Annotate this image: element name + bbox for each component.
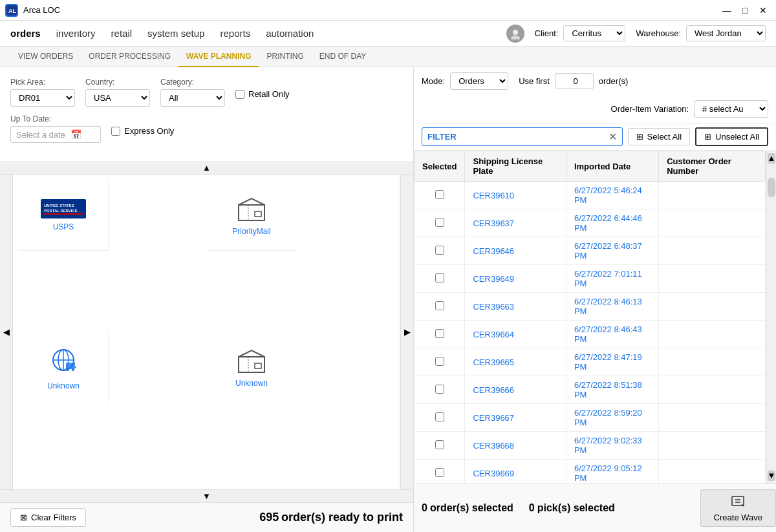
menu-inventory[interactable]: inventory bbox=[56, 28, 96, 39]
row-checkbox-cell[interactable] bbox=[415, 182, 465, 209]
scroll-up-arrow[interactable]: ▲ bbox=[0, 162, 413, 175]
col-date: Imported Date bbox=[566, 151, 658, 182]
row-checkbox[interactable] bbox=[435, 468, 444, 477]
warehouse-select[interactable]: West Jordan bbox=[686, 25, 766, 41]
menu-system-setup[interactable]: system setup bbox=[147, 28, 204, 39]
row-slp: CER39667 bbox=[465, 404, 566, 432]
category-group: Category: All bbox=[160, 78, 225, 107]
create-wave-button[interactable]: Create Wave bbox=[700, 489, 776, 527]
row-checkbox-cell[interactable] bbox=[415, 460, 465, 484]
tab-wave-planning[interactable]: WAVE PLANNING bbox=[178, 47, 259, 67]
table-row: CER39665 6/27/2022 8:47:19 PM bbox=[415, 348, 766, 376]
row-checkbox-cell[interactable] bbox=[415, 237, 465, 265]
box-carrier-icon bbox=[235, 347, 268, 375]
row-slp: CER39649 bbox=[465, 265, 566, 293]
row-checkbox-cell[interactable] bbox=[415, 209, 465, 237]
usps-label: USPS bbox=[53, 222, 74, 231]
carrier-grid-wrapper: ◀ UNITED STATES POSTAL SERVICE bbox=[0, 175, 413, 489]
table-row: CER39610 6/27/2022 5:46:24 PM bbox=[415, 182, 766, 209]
orders-table: Selected Shipping License Plate Imported… bbox=[414, 151, 766, 484]
tab-end-of-day[interactable]: END OF DAY bbox=[312, 47, 374, 67]
col-selected: Selected bbox=[415, 151, 465, 182]
country-group: Country: USA bbox=[85, 78, 150, 107]
row-checkbox[interactable] bbox=[435, 440, 444, 449]
priority-mail-label: PriorityMail bbox=[232, 227, 270, 236]
row-checkbox[interactable] bbox=[435, 301, 444, 310]
row-date: 6/27/2022 6:44:46 PM bbox=[566, 209, 658, 237]
menu-automation[interactable]: automation bbox=[266, 28, 314, 39]
svg-text:AL: AL bbox=[8, 8, 16, 14]
scroll-down-arrow[interactable]: ▼ bbox=[0, 489, 413, 502]
row-order bbox=[659, 348, 766, 376]
unselect-all-button[interactable]: ⊞ Unselect All bbox=[695, 127, 768, 146]
category-select[interactable]: All bbox=[160, 89, 225, 107]
scroll-arrow-up[interactable]: ▲ bbox=[768, 153, 775, 164]
col-order-num: Customer Order Number bbox=[659, 151, 766, 182]
menu-retail[interactable]: retail bbox=[111, 28, 133, 39]
row-date: 6/27/2022 5:46:24 PM bbox=[566, 182, 658, 209]
bottom-bar-left: ⊠ Clear Filters 695 order(s) ready to pr… bbox=[0, 502, 413, 532]
scroll-left-arrow[interactable]: ◀ bbox=[0, 175, 13, 489]
select-all-button[interactable]: ⊞ Select All bbox=[628, 128, 690, 145]
pick-area-label: Pick Area: bbox=[10, 78, 75, 87]
row-checkbox[interactable] bbox=[435, 412, 444, 421]
date-input[interactable]: Select a date 📅 bbox=[10, 126, 101, 143]
retail-only-checkbox[interactable] bbox=[235, 90, 244, 99]
filter-clear-button[interactable]: ✕ bbox=[609, 131, 617, 143]
orders-selected-label: order(s) selected bbox=[430, 502, 513, 514]
menu-reports[interactable]: reports bbox=[220, 28, 250, 39]
pick-area-select[interactable]: DR01 bbox=[10, 89, 75, 107]
tab-printing[interactable]: PRINTING bbox=[259, 47, 311, 67]
client-label: Client: bbox=[535, 28, 559, 38]
scrollbar-thumb[interactable] bbox=[768, 178, 775, 197]
country-select[interactable]: USA bbox=[85, 89, 150, 107]
title-bar-left: AL Arca LOC bbox=[5, 4, 60, 17]
row-checkbox-cell[interactable] bbox=[415, 293, 465, 321]
use-first-input[interactable] bbox=[555, 73, 594, 89]
row-checkbox[interactable] bbox=[435, 190, 444, 199]
row-checkbox-cell[interactable] bbox=[415, 348, 465, 376]
row-checkbox-cell[interactable] bbox=[415, 321, 465, 348]
scroll-right-arrow[interactable]: ▶ bbox=[400, 175, 413, 489]
row-date: 6/27/2022 6:48:37 PM bbox=[566, 237, 658, 265]
row-slp: CER39646 bbox=[465, 237, 566, 265]
minimize-button[interactable]: — bbox=[719, 3, 735, 18]
client-select[interactable]: Cerritus bbox=[563, 25, 625, 41]
svg-text:POSTAL SERVICE: POSTAL SERVICE bbox=[44, 209, 78, 213]
tab-order-processing[interactable]: ORDER PROCESSING bbox=[81, 47, 178, 67]
table-scroll[interactable]: Selected Shipping License Plate Imported… bbox=[414, 151, 766, 484]
row-checkbox[interactable] bbox=[435, 357, 444, 366]
tab-view-orders[interactable]: VIEW ORDERS bbox=[10, 47, 81, 67]
mode-select[interactable]: Orders bbox=[450, 72, 508, 90]
table-scrollbar[interactable]: ▲ ▼ bbox=[766, 151, 776, 484]
row-date: 6/27/2022 8:59:20 PM bbox=[566, 404, 658, 432]
carrier-unknown-1[interactable]: Unknown bbox=[18, 332, 109, 403]
row-slp: CER39637 bbox=[465, 209, 566, 237]
variation-select[interactable]: # select Au All bbox=[694, 100, 768, 118]
express-only-checkbox[interactable] bbox=[111, 127, 120, 136]
row-checkbox-cell[interactable] bbox=[415, 265, 465, 293]
user-avatar[interactable] bbox=[506, 25, 524, 43]
row-checkbox[interactable] bbox=[435, 329, 444, 338]
row-checkbox[interactable] bbox=[435, 385, 444, 394]
row-checkbox-cell[interactable] bbox=[415, 432, 465, 460]
menu-orders[interactable]: orders bbox=[10, 28, 41, 39]
row-order bbox=[659, 182, 766, 209]
row-checkbox-cell[interactable] bbox=[415, 376, 465, 404]
right-top: Mode: Orders Use first order(s) Order-It… bbox=[414, 67, 776, 123]
close-button[interactable]: ✕ bbox=[755, 3, 771, 18]
carrier-priority-mail[interactable]: PriorityMail bbox=[206, 180, 297, 251]
row-checkbox[interactable] bbox=[435, 246, 444, 255]
table-row: CER39667 6/27/2022 8:59:20 PM bbox=[415, 404, 766, 432]
clear-filters-button[interactable]: ⊠ Clear Filters bbox=[10, 508, 86, 527]
row-checkbox[interactable] bbox=[435, 273, 444, 282]
row-checkbox-cell[interactable] bbox=[415, 404, 465, 432]
row-checkbox[interactable] bbox=[435, 218, 444, 227]
carrier-usps[interactable]: UNITED STATES POSTAL SERVICE USPS bbox=[18, 180, 109, 251]
scroll-arrow-down[interactable]: ▼ bbox=[768, 471, 775, 481]
maximize-button[interactable]: □ bbox=[737, 3, 753, 18]
variation-label: Order-Item Variation: bbox=[611, 104, 689, 114]
svg-marker-18 bbox=[75, 363, 76, 368]
carrier-unknown-2[interactable]: Unknown bbox=[206, 332, 297, 403]
title-bar-controls: — □ ✕ bbox=[719, 3, 771, 18]
